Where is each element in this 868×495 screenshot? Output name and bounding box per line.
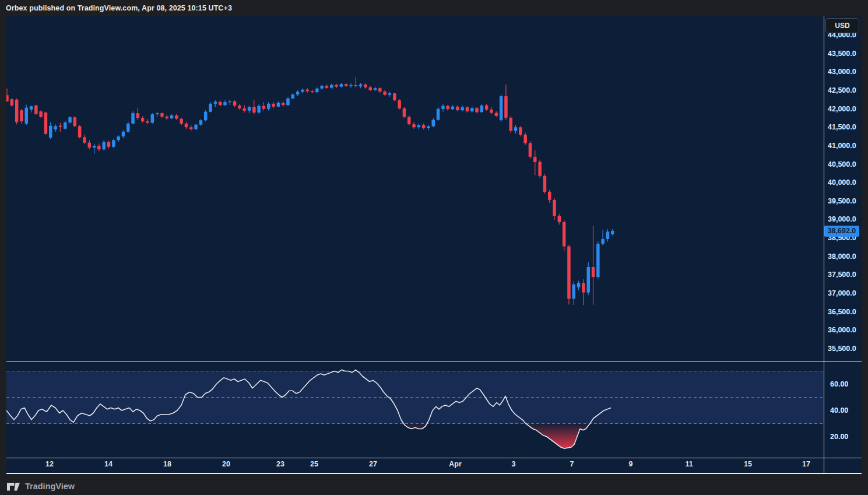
price-axis-label: 37,500.0 <box>828 270 856 279</box>
candle <box>495 111 498 117</box>
candle <box>447 105 450 111</box>
candle <box>558 214 561 224</box>
candle <box>286 97 290 106</box>
candle <box>475 107 479 114</box>
candle <box>209 102 212 113</box>
candle <box>25 105 29 125</box>
candle <box>388 92 392 97</box>
candle <box>97 143 101 151</box>
candle <box>441 104 445 112</box>
candle <box>374 87 377 91</box>
candle <box>393 93 396 101</box>
candle <box>15 99 19 124</box>
pane-separator-top[interactable] <box>6 361 862 361</box>
candle <box>252 100 256 114</box>
candle <box>170 114 174 119</box>
candle <box>238 104 241 110</box>
candle <box>83 135 86 144</box>
candle <box>500 94 503 121</box>
price-axis-label: 36,500.0 <box>828 307 856 317</box>
candle <box>523 133 527 145</box>
candlestick-pane[interactable] <box>6 16 824 361</box>
time-axis-label: 27 <box>369 460 377 468</box>
candle <box>156 112 159 117</box>
rsi-axis-label: 40.00 <box>830 406 848 415</box>
tradingview-logo-icon <box>7 482 21 492</box>
price-scale-separator <box>824 16 824 473</box>
candle <box>223 100 227 106</box>
candle <box>572 282 576 305</box>
candle <box>68 116 72 124</box>
candle <box>403 107 406 118</box>
time-axis-label: 18 <box>163 460 171 468</box>
price-axis-label: 43,500.0 <box>828 49 856 58</box>
candle <box>54 124 57 132</box>
candle <box>577 280 581 290</box>
candle <box>204 110 208 121</box>
candle <box>141 116 145 122</box>
candle <box>88 140 92 149</box>
time-axis-label: 3 <box>512 460 516 468</box>
candle <box>461 106 464 111</box>
candle <box>34 105 38 115</box>
currency-toggle-button[interactable]: USD <box>825 18 859 33</box>
candle <box>49 122 52 139</box>
time-axis-label: 25 <box>310 460 318 468</box>
candle <box>369 86 372 91</box>
time-axis-label: 7 <box>570 460 574 468</box>
candle <box>136 108 140 120</box>
candle <box>214 100 217 107</box>
time-axis[interactable]: 12141820232527Apr379111517 <box>6 458 824 473</box>
time-axis-label: 15 <box>744 460 752 468</box>
candle <box>64 121 67 129</box>
price-axis-label: 37,000.0 <box>828 289 856 298</box>
rsi-indicator-pane[interactable] <box>6 361 824 458</box>
candle <box>451 105 455 110</box>
tradingview-logo[interactable]: TradingView <box>7 480 75 493</box>
candle <box>107 141 111 149</box>
candle <box>233 100 237 107</box>
candle <box>529 141 532 159</box>
candle <box>248 106 251 114</box>
price-axis-label: 36,000.0 <box>828 325 856 335</box>
candle <box>587 262 591 295</box>
candle <box>417 124 421 129</box>
price-axis-label: 39,500.0 <box>828 196 856 206</box>
price-axis-label: 42,500.0 <box>828 86 856 95</box>
time-axis-label: 17 <box>802 460 810 468</box>
time-axis-label: 23 <box>276 460 284 468</box>
candle <box>267 102 270 111</box>
candle <box>199 119 203 125</box>
candle <box>10 98 14 107</box>
candle <box>378 87 382 93</box>
candle <box>262 102 266 111</box>
candle <box>112 139 115 148</box>
candle <box>229 100 232 106</box>
pane-separator-bottom[interactable] <box>6 458 862 458</box>
tradingview-logo-text: TradingView <box>25 482 75 491</box>
candle <box>432 118 435 127</box>
candle <box>335 84 338 89</box>
candle <box>320 85 324 90</box>
time-axis-label: 14 <box>104 460 113 468</box>
candle <box>354 77 358 87</box>
candle <box>151 113 154 124</box>
price-axis-label: 38,000.0 <box>828 252 856 261</box>
candle <box>533 150 537 175</box>
candle <box>103 140 106 150</box>
candle <box>296 90 300 96</box>
candle <box>126 122 130 133</box>
rsi-axis-label: 20.00 <box>830 432 848 441</box>
candle <box>282 101 285 107</box>
candle <box>122 130 125 138</box>
candle <box>301 89 304 93</box>
candle <box>364 83 367 89</box>
candle <box>243 105 246 113</box>
candle <box>456 106 459 111</box>
price-axis-label: 40,500.0 <box>828 160 856 169</box>
price-axis-label: 42,000.0 <box>828 104 856 114</box>
snapshot-header-text: Orbex published on TradingView.com, Apr … <box>6 0 232 16</box>
candle <box>175 114 178 120</box>
candle <box>543 174 547 194</box>
candle <box>131 111 135 124</box>
